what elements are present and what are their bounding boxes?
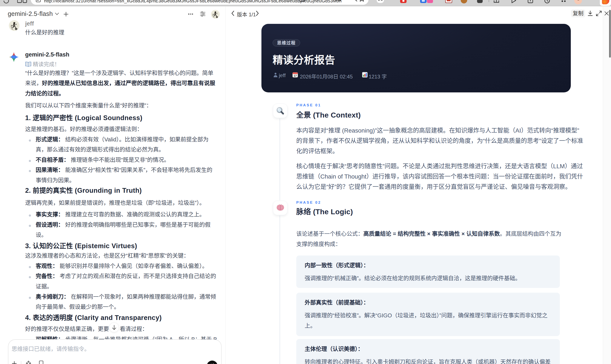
svg-text:17: 17 [294, 74, 297, 77]
